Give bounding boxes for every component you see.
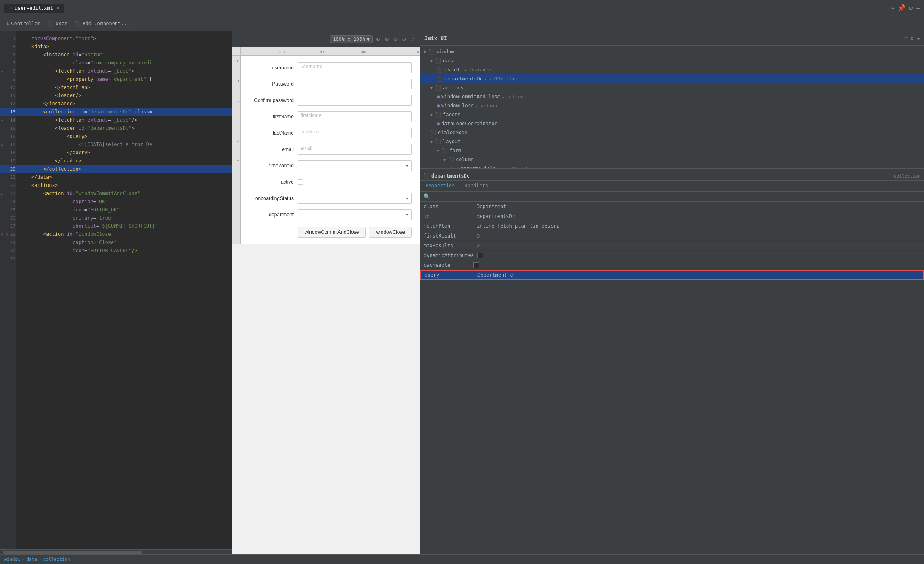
tree-item-commit[interactable]: ● windowCommitAndClose - action [420,92,924,101]
tree-item-column[interactable]: ▼ ⬛ column [420,155,924,164]
code-line-15[interactable]: <loader id="departmentsDl"> [16,124,232,132]
prop-row-query[interactable]: query Department e [420,270,924,280]
breadcrumb-collection[interactable]: collection [43,557,70,562]
close-window-button[interactable]: — [916,4,920,12]
more-options-button[interactable]: ⋯ [890,4,894,12]
form-input-confirm-password[interactable] [298,95,412,106]
code-line-20[interactable]: </collection> [16,165,232,173]
prop-row-firstresult[interactable]: firstResult 0 [420,231,924,241]
code-line-11[interactable]: <loader/> [16,91,232,100]
code-line-6[interactable]: <instance id="userDc" [16,51,232,59]
code-line-4[interactable]: focusComponent="form"> ✓ [16,34,232,42]
code-line-29[interactable]: caption="Close" [16,238,232,246]
tab-properties[interactable]: Properties [420,181,460,191]
code-line-12[interactable]: </instance> [16,100,232,108]
prop-row-class[interactable]: class Department [420,202,924,211]
tree-item-layout[interactable]: ▼ ⬛ layout [420,137,924,146]
code-line-17[interactable]: <![CDATA[select e from De [16,140,232,149]
code-line-18[interactable]: </query> [16,149,232,157]
tree-scrollbar[interactable] [420,168,924,171]
code-line-14[interactable]: <fetchPlan extends="_base"/> [16,116,232,124]
prop-row-fetchplan[interactable]: fetchPlan inline fetch plan (in descri [420,221,924,231]
code-line-30[interactable]: icon="EDITOR_CANCEL"/> [16,246,232,255]
code-line-26[interactable]: primary="true" [16,214,232,222]
form-input-firstname[interactable]: firstName [298,111,412,122]
form-input-timezone[interactable]: ▼ [298,160,412,171]
tree-arrow-form[interactable]: ▼ [437,149,442,153]
layout-icon[interactable]: ⬚ [904,35,907,41]
code-line-9[interactable]: <property name="department" f [16,75,232,83]
code-line-5[interactable]: <data> [16,42,232,51]
code-line-10[interactable]: </fetchPlan> [16,83,232,91]
tree-item-window[interactable]: ▼ ⬛ window [420,47,924,56]
window-close-button[interactable]: windowClose [369,227,412,238]
tree-item-dialogmode[interactable]: ⬛ dialogMode [420,128,924,137]
code-line-19[interactable]: </loader> [16,157,232,165]
prop-row-maxresults[interactable]: maxResults 0 [420,241,924,251]
reset-zoom-button[interactable]: ↺ [401,34,408,44]
code-area[interactable]: 4 5 6 7 8 ✏ 9 10 11 12 13 14 ✏ [0,31,232,549]
search-input[interactable] [432,194,921,200]
code-scrollbar-thumb[interactable] [3,551,142,554]
prop-checkbox-cacheable[interactable] [473,262,479,268]
commit-close-button[interactable]: windowCommitAndClose [298,227,366,238]
zoom-in-button[interactable]: ⊕ [383,34,391,44]
preview-confirm-button[interactable]: ✓ [409,34,417,44]
edit-icon-14[interactable]: ✏ [1,118,3,122]
pin-button[interactable]: 📌 [897,4,906,12]
tree-arrow-facets[interactable]: ▼ [430,113,435,117]
code-line-8[interactable]: <fetchPlan extends="_base"> [16,67,232,75]
user-button[interactable]: ⬛ User [44,20,71,28]
edit-icon-17[interactable]: ✏ [1,142,3,147]
code-scrollbar[interactable] [0,549,232,554]
tree-item-userdc[interactable]: ⬛ userDc - instance [420,65,924,74]
form-input-password[interactable] [298,79,412,89]
code-line-27[interactable]: shortcut="${COMMIT_SHORTCUT}" [16,222,232,230]
breadcrumb-data[interactable]: data [26,557,37,562]
settings-button[interactable]: ⚙ [909,4,913,12]
tree-arrow-column[interactable]: ▼ [443,158,448,162]
tree-item-data[interactable]: ▼ ⬛ data [420,56,924,65]
zoom-out-button[interactable]: ⊖ [392,34,399,44]
tree-item-departmentsdc[interactable]: ⬛ departmentsDc - collection [420,74,924,83]
form-checkbox-active[interactable] [298,179,303,185]
tree-item-usernamefield[interactable]: ⬛ usernameField - textField [420,164,924,168]
code-line-22[interactable]: <actions> [16,181,232,189]
refresh-button[interactable]: ↻ [374,34,382,44]
form-input-lastname[interactable]: lastName [298,128,412,138]
edit-icon-8[interactable]: ✏ [1,69,3,73]
breadcrumb-window[interactable]: window [4,557,20,562]
tree-item-facets[interactable]: ▼ ⬛ facets [420,110,924,119]
tab-user-edit[interactable]: 🗂 user-edit.xml ✕ [4,4,64,13]
error2-icon-28[interactable]: ⊘ [6,232,8,237]
component-tree[interactable]: ▼ ⬛ window ▼ ⬛ data ⬛ userDc - i [420,46,924,168]
code-line-13[interactable]: <collection id="departmentsDc" class= [16,108,232,116]
tree-arrow-layout[interactable]: ▼ [430,140,435,144]
tab-close-button[interactable]: ✕ [57,5,60,11]
form-input-onboarding[interactable]: ▼ [298,193,412,204]
check-icon-23[interactable]: ✓ [1,191,3,196]
settings-icon[interactable]: ⚙ [910,35,913,41]
prop-checkbox-dynattr[interactable] [477,253,483,258]
code-line-23[interactable]: <action id="windowCommitAndClose" [16,189,232,198]
tree-item-dlc[interactable]: ● dataLoadCoordinator [420,119,924,128]
tree-item-form[interactable]: ▼ ⬛ form [420,146,924,155]
tree-arrow-data[interactable]: ▼ [430,59,435,63]
code-line-24[interactable]: caption="OK" [16,198,232,206]
form-input-department[interactable]: ▼ [298,209,412,220]
prop-row-cacheable[interactable]: cacheable [420,260,924,270]
code-content[interactable]: focusComponent="form"> ✓ <data> <instanc… [16,31,232,549]
code-line-16[interactable]: <query> [16,132,232,140]
add-component-button[interactable]: ⬛ Add Component... [71,20,133,28]
tree-arrow-window[interactable]: ▼ [424,50,429,54]
tree-item-actions[interactable]: ▼ ⬛ actions [420,83,924,92]
code-line-21[interactable]: </data> [16,173,232,181]
code-line-7[interactable]: class="com.company.onboardi [16,59,232,67]
tree-arrow-actions[interactable]: ▼ [430,86,435,90]
tree-item-wclose[interactable]: ● windowClose - action [420,101,924,110]
tab-handlers[interactable]: Handlers [460,181,493,191]
prop-row-dynattr[interactable]: dynamicAttributes [420,251,924,260]
error-icon-28[interactable]: ⊘ [1,232,3,237]
controller-button[interactable]: C Controller [3,20,44,28]
code-line-31[interactable] [16,255,232,263]
